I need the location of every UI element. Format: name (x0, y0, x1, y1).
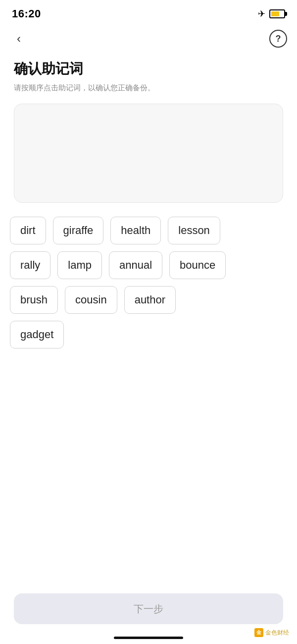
watermark: 金 金色财经 (254, 628, 289, 637)
airplane-icon: ✈ (258, 8, 265, 19)
word-chip-gadget[interactable]: gadget (10, 321, 64, 349)
back-chevron-icon: ‹ (17, 33, 21, 45)
page-title: 确认助记词 (14, 59, 283, 78)
nav-bar: ‹ ? (0, 26, 297, 52)
word-chip-bounce[interactable]: bounce (169, 251, 226, 279)
words-row-4: gadget (10, 321, 287, 349)
word-chip-lesson[interactable]: lesson (168, 217, 220, 244)
watermark-label: 金色财经 (265, 629, 289, 637)
words-section: dirt giraffe health lesson rally lamp an… (0, 217, 297, 349)
status-bar: 16:20 ✈ (0, 0, 297, 26)
next-button[interactable]: 下一步 (14, 593, 283, 624)
word-chip-author[interactable]: author (124, 286, 176, 314)
word-chip-dirt[interactable]: dirt (10, 217, 46, 244)
word-chip-rally[interactable]: rally (10, 251, 50, 279)
word-chip-annual[interactable]: annual (109, 251, 162, 279)
status-time: 16:20 (12, 7, 41, 20)
watermark-icon: 金 (254, 628, 263, 637)
battery-fill (271, 11, 279, 16)
word-chip-health[interactable]: health (110, 217, 161, 244)
word-chip-brush[interactable]: brush (10, 286, 58, 314)
mnemonic-display-area (14, 104, 283, 203)
help-label: ? (276, 34, 281, 44)
words-row-3: brush cousin author (10, 286, 287, 314)
status-icons: ✈ (258, 8, 285, 19)
word-chip-cousin[interactable]: cousin (65, 286, 117, 314)
word-chip-giraffe[interactable]: giraffe (53, 217, 104, 244)
battery-icon (269, 9, 285, 18)
page-subtitle: 请按顺序点击助记词，以确认您正确备份。 (14, 82, 283, 94)
bottom-area: 下一步 (0, 593, 297, 624)
page-content: 确认助记词 请按顺序点击助记词，以确认您正确备份。 (0, 52, 297, 203)
words-row-1: dirt giraffe health lesson (10, 217, 287, 244)
home-indicator (114, 637, 183, 639)
word-chip-lamp[interactable]: lamp (57, 251, 102, 279)
words-row-2: rally lamp annual bounce (10, 251, 287, 279)
help-button[interactable]: ? (269, 30, 287, 48)
back-button[interactable]: ‹ (10, 30, 28, 48)
